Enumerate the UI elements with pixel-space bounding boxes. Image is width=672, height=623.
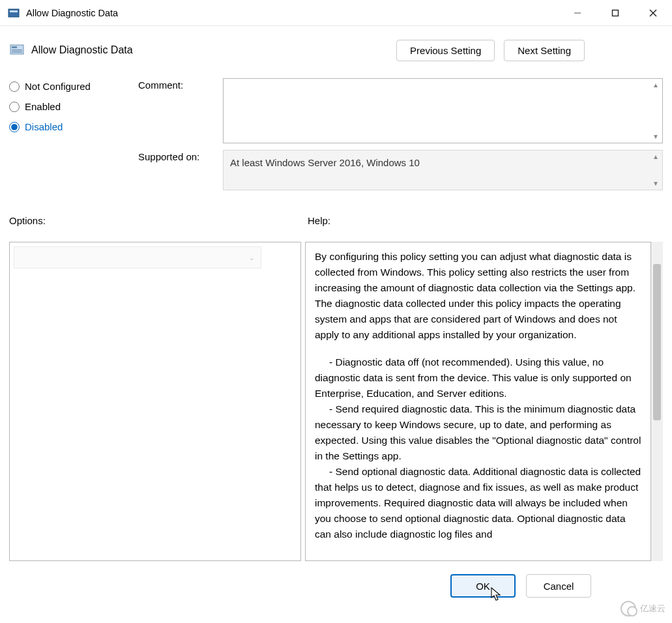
watermark-text: 亿速云	[640, 603, 665, 615]
radio-disabled-input[interactable]	[9, 122, 20, 132]
chevron-down-icon: ⌄	[249, 254, 254, 261]
help-bullet-off: - Diagnostic data off (not recommended).…	[315, 355, 641, 401]
svg-rect-1	[10, 10, 18, 12]
help-scrollbar[interactable]	[651, 242, 663, 561]
radio-not-configured-label: Not Configured	[25, 81, 91, 92]
watermark-icon	[621, 601, 636, 616]
policy-icon	[9, 42, 25, 58]
titlebar: Allow Diagnostic Data	[0, 0, 672, 26]
supported-scroll: ▲ ▼	[649, 151, 662, 190]
scroll-down-icon[interactable]: ▼	[649, 133, 662, 140]
radio-disabled-label: Disabled	[25, 121, 63, 132]
minimize-button[interactable]	[559, 0, 596, 25]
close-button[interactable]	[634, 0, 672, 25]
svg-rect-0	[8, 9, 19, 17]
help-label: Help:	[308, 215, 330, 226]
comment-input[interactable]: ▲ ▼	[223, 78, 663, 143]
dialog-footer: OK Cancel	[9, 573, 663, 599]
help-bullet-required: - Send required diagnostic data. This is…	[315, 401, 641, 464]
ok-button[interactable]: OK	[450, 574, 516, 598]
comment-label: Comment:	[138, 78, 223, 143]
radio-not-configured-input[interactable]	[9, 81, 20, 92]
radio-enabled[interactable]: Enabled	[9, 101, 138, 112]
supported-on-text: At least Windows Server 2016, Windows 10	[230, 157, 420, 168]
scroll-up-icon: ▲	[649, 153, 662, 160]
supported-label: Supported on:	[138, 150, 223, 190]
next-setting-button[interactable]: Next Setting	[504, 40, 585, 61]
watermark: 亿速云	[621, 601, 665, 616]
app-icon	[8, 7, 20, 19]
radio-disabled[interactable]: Disabled	[9, 121, 138, 132]
scroll-down-icon: ▼	[649, 180, 662, 187]
comment-scroll[interactable]: ▲ ▼	[649, 79, 662, 143]
window-title: Allow Diagnostic Data	[26, 8, 118, 18]
radio-enabled-label: Enabled	[25, 101, 61, 112]
svg-rect-8	[12, 50, 22, 51]
scroll-up-icon[interactable]: ▲	[649, 81, 662, 89]
policy-header: Allow Diagnostic Data Previous Setting N…	[9, 35, 663, 65]
radio-not-configured[interactable]: Not Configured	[9, 81, 138, 92]
radio-enabled-input[interactable]	[9, 102, 20, 112]
help-paragraph-intro: By configuring this policy setting you c…	[315, 249, 641, 343]
help-scroll-thumb[interactable]	[653, 264, 661, 420]
window-controls	[559, 0, 672, 25]
options-dropdown: ⌄	[14, 246, 261, 268]
options-label: Options:	[9, 215, 308, 226]
supported-on-value: At least Windows Server 2016, Windows 10…	[223, 150, 663, 190]
svg-rect-9	[12, 51, 22, 53]
previous-setting-button[interactable]: Previous Setting	[396, 40, 495, 61]
svg-rect-3	[613, 10, 619, 16]
maximize-button[interactable]	[596, 0, 634, 25]
help-pane: By configuring this policy setting you c…	[305, 242, 651, 561]
policy-title: Allow Diagnostic Data	[31, 44, 133, 56]
options-pane: ⌄	[9, 242, 301, 561]
cancel-button[interactable]: Cancel	[526, 574, 591, 598]
help-bullet-optional: - Send optional diagnostic data. Additio…	[315, 464, 641, 542]
state-radio-group: Not Configured Enabled Disabled	[9, 78, 138, 197]
svg-rect-7	[12, 46, 17, 48]
